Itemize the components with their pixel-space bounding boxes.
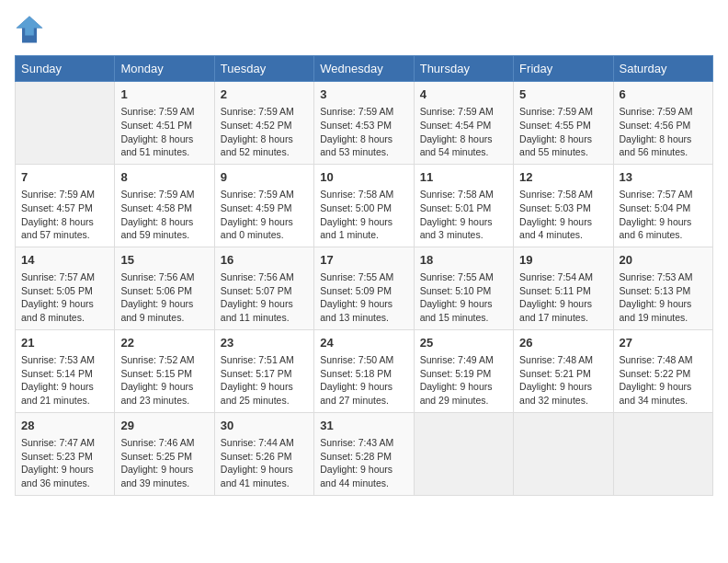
calendar-cell: 18Sunrise: 7:55 AM Sunset: 5:10 PM Dayli… xyxy=(414,247,513,329)
calendar-cell: 28Sunrise: 7:47 AM Sunset: 5:23 PM Dayli… xyxy=(16,412,115,495)
day-number: 5 xyxy=(519,86,607,103)
day-info: Sunrise: 7:59 AM Sunset: 4:51 PM Dayligh… xyxy=(120,105,208,159)
day-number: 27 xyxy=(620,335,707,351)
calendar-cell xyxy=(414,412,513,495)
day-info: Sunrise: 7:56 AM Sunset: 5:06 PM Dayligh… xyxy=(120,270,208,325)
day-number: 10 xyxy=(320,169,407,186)
calendar-week-row: 28Sunrise: 7:47 AM Sunset: 5:23 PM Dayli… xyxy=(16,412,713,495)
calendar-week-row: 7Sunrise: 7:59 AM Sunset: 4:57 PM Daylig… xyxy=(16,164,713,247)
day-number: 30 xyxy=(221,418,308,434)
day-info: Sunrise: 7:57 AM Sunset: 5:05 PM Dayligh… xyxy=(21,270,108,325)
calendar-cell: 31Sunrise: 7:43 AM Sunset: 5:28 PM Dayli… xyxy=(314,412,414,495)
calendar-cell: 27Sunrise: 7:48 AM Sunset: 5:22 PM Dayli… xyxy=(613,329,712,412)
day-number: 21 xyxy=(21,335,108,351)
day-number: 17 xyxy=(320,252,407,269)
day-number: 11 xyxy=(420,169,507,186)
day-number: 26 xyxy=(519,335,607,351)
calendar-cell: 13Sunrise: 7:57 AM Sunset: 5:04 PM Dayli… xyxy=(613,164,712,247)
day-number: 12 xyxy=(519,169,607,186)
calendar-week-row: 1Sunrise: 7:59 AM Sunset: 4:51 PM Daylig… xyxy=(16,82,713,165)
calendar-cell: 30Sunrise: 7:44 AM Sunset: 5:26 PM Dayli… xyxy=(214,412,313,495)
calendar-table: SundayMondayTuesdayWednesdayThursdayFrid… xyxy=(15,55,713,496)
day-number: 29 xyxy=(120,418,208,434)
calendar-cell: 23Sunrise: 7:51 AM Sunset: 5:17 PM Dayli… xyxy=(214,329,313,412)
day-info: Sunrise: 7:54 AM Sunset: 5:11 PM Dayligh… xyxy=(519,270,607,325)
day-number: 24 xyxy=(320,335,407,351)
calendar-cell: 4Sunrise: 7:59 AM Sunset: 4:54 PM Daylig… xyxy=(414,82,513,165)
logo xyxy=(15,15,48,44)
calendar-cell: 7Sunrise: 7:59 AM Sunset: 4:57 PM Daylig… xyxy=(16,164,115,247)
day-info: Sunrise: 7:43 AM Sunset: 5:28 PM Dayligh… xyxy=(320,436,407,490)
calendar-cell: 19Sunrise: 7:54 AM Sunset: 5:11 PM Dayli… xyxy=(514,247,613,329)
calendar-cell xyxy=(613,412,712,495)
calendar-cell: 17Sunrise: 7:55 AM Sunset: 5:09 PM Dayli… xyxy=(314,247,414,329)
day-info: Sunrise: 7:59 AM Sunset: 4:52 PM Dayligh… xyxy=(221,105,308,159)
day-number: 3 xyxy=(320,86,407,103)
weekday-header-friday: Friday xyxy=(514,56,613,82)
day-number: 14 xyxy=(21,252,108,269)
day-number: 18 xyxy=(420,252,507,269)
weekday-header-tuesday: Tuesday xyxy=(214,56,313,82)
day-info: Sunrise: 7:58 AM Sunset: 5:00 PM Dayligh… xyxy=(320,188,407,242)
day-info: Sunrise: 7:55 AM Sunset: 5:10 PM Dayligh… xyxy=(420,270,507,325)
day-info: Sunrise: 7:59 AM Sunset: 4:56 PM Dayligh… xyxy=(620,105,707,159)
day-info: Sunrise: 7:55 AM Sunset: 5:09 PM Dayligh… xyxy=(320,270,407,325)
day-number: 8 xyxy=(120,169,208,186)
calendar-week-row: 21Sunrise: 7:53 AM Sunset: 5:14 PM Dayli… xyxy=(16,329,713,412)
calendar-cell: 14Sunrise: 7:57 AM Sunset: 5:05 PM Dayli… xyxy=(16,247,115,329)
calendar-cell: 20Sunrise: 7:53 AM Sunset: 5:13 PM Dayli… xyxy=(613,247,712,329)
calendar-cell: 26Sunrise: 7:48 AM Sunset: 5:21 PM Dayli… xyxy=(514,329,613,412)
page-header xyxy=(15,15,713,44)
day-number: 22 xyxy=(120,335,208,351)
logo-icon xyxy=(15,15,44,44)
day-info: Sunrise: 7:48 AM Sunset: 5:22 PM Dayligh… xyxy=(620,353,707,408)
day-number: 28 xyxy=(21,418,108,434)
calendar-cell: 12Sunrise: 7:58 AM Sunset: 5:03 PM Dayli… xyxy=(514,164,613,247)
day-number: 15 xyxy=(120,252,208,269)
calendar-cell: 6Sunrise: 7:59 AM Sunset: 4:56 PM Daylig… xyxy=(613,82,712,165)
weekday-header-sunday: Sunday xyxy=(16,56,115,82)
calendar-cell: 24Sunrise: 7:50 AM Sunset: 5:18 PM Dayli… xyxy=(314,329,414,412)
day-info: Sunrise: 7:59 AM Sunset: 4:53 PM Dayligh… xyxy=(320,105,407,159)
day-info: Sunrise: 7:59 AM Sunset: 4:58 PM Dayligh… xyxy=(120,188,208,242)
day-info: Sunrise: 7:46 AM Sunset: 5:25 PM Dayligh… xyxy=(120,436,208,490)
day-number: 6 xyxy=(620,86,707,103)
calendar-cell: 16Sunrise: 7:56 AM Sunset: 5:07 PM Dayli… xyxy=(214,247,313,329)
day-info: Sunrise: 7:59 AM Sunset: 4:59 PM Dayligh… xyxy=(221,188,308,242)
calendar-cell xyxy=(514,412,613,495)
day-number: 23 xyxy=(221,335,308,351)
day-number: 1 xyxy=(120,86,208,103)
calendar-cell xyxy=(16,82,115,165)
day-info: Sunrise: 7:50 AM Sunset: 5:18 PM Dayligh… xyxy=(320,353,407,408)
day-number: 2 xyxy=(221,86,308,103)
calendar-cell: 5Sunrise: 7:59 AM Sunset: 4:55 PM Daylig… xyxy=(514,82,613,165)
calendar-cell: 11Sunrise: 7:58 AM Sunset: 5:01 PM Dayli… xyxy=(414,164,513,247)
svg-marker-1 xyxy=(17,17,43,36)
day-info: Sunrise: 7:59 AM Sunset: 4:54 PM Dayligh… xyxy=(420,105,507,159)
day-info: Sunrise: 7:48 AM Sunset: 5:21 PM Dayligh… xyxy=(519,353,607,408)
calendar-cell: 2Sunrise: 7:59 AM Sunset: 4:52 PM Daylig… xyxy=(214,82,313,165)
day-number: 9 xyxy=(221,169,308,186)
day-number: 4 xyxy=(420,86,507,103)
calendar-cell: 10Sunrise: 7:58 AM Sunset: 5:00 PM Dayli… xyxy=(314,164,414,247)
calendar-cell: 22Sunrise: 7:52 AM Sunset: 5:15 PM Dayli… xyxy=(115,329,214,412)
day-info: Sunrise: 7:53 AM Sunset: 5:13 PM Dayligh… xyxy=(620,270,707,325)
day-number: 31 xyxy=(320,418,407,434)
day-number: 20 xyxy=(620,252,707,269)
calendar-cell: 29Sunrise: 7:46 AM Sunset: 5:25 PM Dayli… xyxy=(115,412,214,495)
day-info: Sunrise: 7:59 AM Sunset: 4:57 PM Dayligh… xyxy=(21,188,108,242)
day-info: Sunrise: 7:51 AM Sunset: 5:17 PM Dayligh… xyxy=(221,353,308,408)
calendar-cell: 1Sunrise: 7:59 AM Sunset: 4:51 PM Daylig… xyxy=(115,82,214,165)
calendar-cell: 3Sunrise: 7:59 AM Sunset: 4:53 PM Daylig… xyxy=(314,82,414,165)
day-info: Sunrise: 7:49 AM Sunset: 5:19 PM Dayligh… xyxy=(420,353,507,408)
weekday-header-thursday: Thursday xyxy=(414,56,513,82)
day-info: Sunrise: 7:52 AM Sunset: 5:15 PM Dayligh… xyxy=(120,353,208,408)
calendar-cell: 21Sunrise: 7:53 AM Sunset: 5:14 PM Dayli… xyxy=(16,329,115,412)
day-info: Sunrise: 7:58 AM Sunset: 5:01 PM Dayligh… xyxy=(420,188,507,242)
calendar-cell: 9Sunrise: 7:59 AM Sunset: 4:59 PM Daylig… xyxy=(214,164,313,247)
weekday-header-saturday: Saturday xyxy=(613,56,712,82)
day-info: Sunrise: 7:47 AM Sunset: 5:23 PM Dayligh… xyxy=(21,436,108,490)
day-number: 7 xyxy=(21,169,108,186)
day-info: Sunrise: 7:56 AM Sunset: 5:07 PM Dayligh… xyxy=(221,270,308,325)
weekday-header-monday: Monday xyxy=(115,56,214,82)
